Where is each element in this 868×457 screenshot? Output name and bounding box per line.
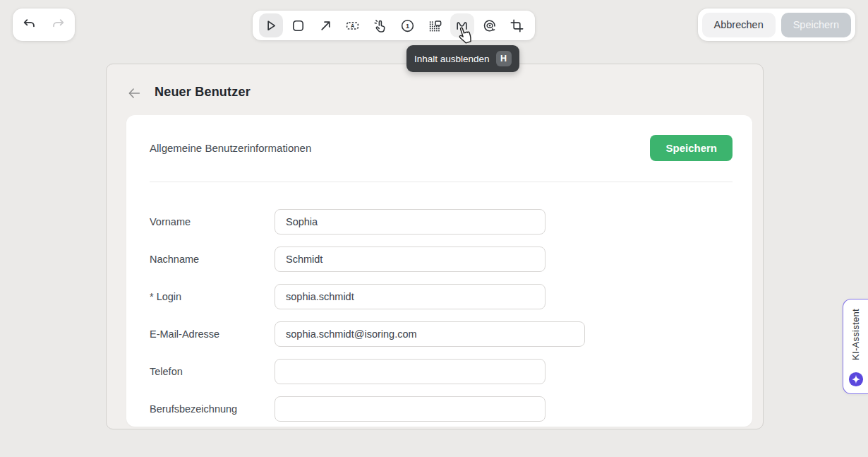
captured-screenshot-region: Neuer Benutzer Allgemeine Benutzerinform… — [106, 64, 764, 429]
rectangle-icon — [290, 18, 306, 34]
click-highlight-icon — [372, 18, 388, 34]
pixelate-tool-button[interactable] — [423, 13, 447, 37]
tooltip-shortcut-badge: H — [496, 51, 512, 66]
sparkle-icon — [848, 372, 864, 387]
field-row-vorname: Vorname — [150, 209, 733, 235]
back-button[interactable] — [123, 83, 145, 104]
telefon-input[interactable] — [275, 359, 545, 384]
field-label: * Login — [150, 291, 275, 302]
text-annotation-icon: A — [344, 18, 361, 34]
page-title: Neuer Benutzer — [155, 85, 251, 100]
select-cursor-icon — [263, 18, 279, 34]
vorname-input[interactable] — [275, 209, 545, 235]
field-row-email: E-Mail-Adresse — [150, 321, 733, 347]
form-save-button[interactable]: Speichern — [650, 135, 733, 161]
field-label: Berufsbezeichnung — [150, 403, 275, 415]
pixelate-blur-icon — [427, 18, 443, 34]
section-divider — [150, 182, 733, 182]
nachname-input[interactable] — [275, 247, 545, 272]
annotation-toolbar: A 1 — [253, 11, 535, 40]
screenshot-editor-canvas: A 1 Inhalt ausblenden H Abbrechen Speich… — [0, 0, 868, 457]
form-rows: Vorname Nachname * Login E-Mail-Adresse … — [150, 209, 733, 429]
step-number-icon: 1 — [399, 18, 416, 34]
crop-tool-button[interactable] — [505, 13, 529, 37]
field-label: Nachname — [150, 254, 275, 265]
step-number-tool-button[interactable]: 1 — [395, 13, 419, 37]
login-input[interactable] — [275, 284, 545, 309]
cancel-button[interactable]: Abbrechen — [702, 13, 776, 37]
section-title: Allgemeine Benutzerinformationen — [150, 135, 311, 161]
ki-assistant-tab[interactable]: KI-Assistent — [843, 299, 868, 394]
reveal-content-tool-button[interactable] — [477, 13, 501, 37]
rectangle-tool-button[interactable] — [286, 13, 310, 37]
crop-icon — [509, 18, 525, 34]
field-row-nachname: Nachname — [150, 247, 733, 272]
undo-redo-pill — [13, 8, 75, 41]
field-row-login: * Login — [150, 284, 733, 309]
field-row-berufsbezeichnung: Berufsbezeichnung — [150, 396, 733, 422]
reveal-content-icon — [481, 18, 498, 34]
redo-button[interactable] — [46, 13, 70, 37]
field-label: E-Mail-Adresse — [150, 328, 275, 340]
undo-icon — [22, 17, 37, 32]
editor-actions-pill: Abbrechen Speichern — [698, 8, 855, 41]
click-highlight-tool-button[interactable] — [368, 13, 392, 37]
text-tool-button[interactable]: A — [341, 13, 365, 37]
field-row-telefon: Telefon — [150, 359, 733, 384]
save-button[interactable]: Speichern — [781, 13, 851, 37]
tool-tooltip: Inhalt ausblenden H — [406, 45, 519, 72]
redo-icon — [50, 17, 66, 32]
email-input[interactable] — [275, 321, 585, 347]
svg-text:1: 1 — [406, 22, 409, 29]
select-cursor-tool-button[interactable] — [259, 13, 283, 37]
arrow-left-icon — [126, 85, 142, 101]
tooltip-text: Inhalt ausblenden — [414, 54, 490, 64]
undo-button[interactable] — [18, 13, 42, 37]
field-label: Vorname — [150, 216, 275, 227]
user-form-card: Allgemeine Benutzerinformationen Speiche… — [126, 115, 752, 427]
ki-assistant-label: KI-Assistent — [850, 309, 861, 360]
berufsbezeichnung-input[interactable] — [275, 396, 545, 422]
arrow-icon — [318, 18, 334, 34]
arrow-tool-button[interactable] — [313, 13, 337, 37]
svg-text:A: A — [351, 23, 354, 29]
field-label: Telefon — [150, 366, 275, 377]
